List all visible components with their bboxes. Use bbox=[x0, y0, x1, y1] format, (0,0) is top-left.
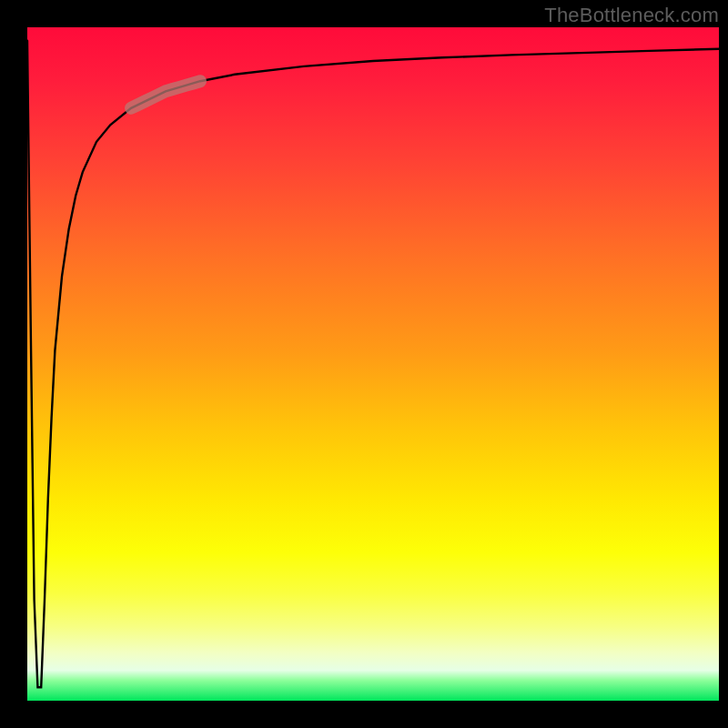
plot-area bbox=[27, 27, 719, 701]
highlight-segment bbox=[131, 81, 200, 108]
attribution-text: TheBottleneck.com bbox=[544, 4, 719, 27]
curve-svg bbox=[27, 27, 719, 701]
bottleneck-curve bbox=[27, 41, 719, 687]
chart-frame: TheBottleneck.com bbox=[0, 0, 728, 728]
